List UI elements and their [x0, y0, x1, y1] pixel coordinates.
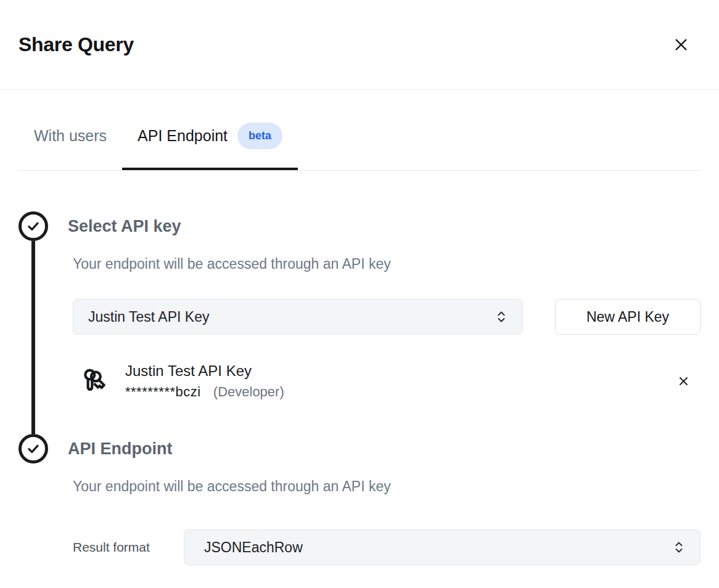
dialog-header: Share Query [0, 0, 719, 90]
step1-title: Select API key [68, 211, 701, 241]
tab-label: With users [34, 127, 107, 145]
step-api-endpoint: API Endpoint Your endpoint will be acces… [18, 434, 701, 565]
share-query-dialog: Share Query With users API Endpoint beta [0, 0, 719, 588]
remove-key-button[interactable] [675, 373, 692, 390]
new-api-key-button[interactable]: New API Key [555, 299, 701, 335]
step2-title: API Endpoint [68, 434, 701, 463]
result-format-value: JSONEachRow [204, 539, 303, 556]
close-button[interactable] [670, 34, 692, 55]
result-format-label: Result format [73, 540, 184, 555]
result-format-select[interactable]: JSONEachRow [184, 529, 701, 565]
stepper-rail [18, 211, 68, 401]
api-key-select[interactable]: Justin Test API Key [73, 299, 523, 335]
dialog-title: Share Query [18, 33, 134, 56]
dialog-content: Select API key Your endpoint will be acc… [0, 171, 719, 588]
step2-subtitle: Your endpoint will be accessed through a… [73, 477, 701, 496]
tab-with-users[interactable]: With users [18, 90, 122, 170]
api-key-masked-secret: *********bczi [125, 384, 201, 399]
api-key-role: (Developer) [213, 384, 284, 399]
step2-body: API Endpoint Your endpoint will be acces… [68, 434, 701, 565]
tab-bar: With users API Endpoint beta [18, 90, 701, 171]
step2-complete-indicator [18, 434, 48, 463]
api-key-select-value: Justin Test API Key [88, 309, 209, 325]
result-format-row: Result format JSONEachRow [73, 529, 701, 565]
keys-icon [77, 364, 110, 398]
beta-badge: beta [237, 123, 282, 149]
api-key-meta: *********bczi (Developer) [125, 383, 284, 401]
check-icon [25, 441, 41, 457]
stepper-rail [18, 434, 68, 565]
x-icon [678, 375, 689, 387]
check-icon [25, 218, 41, 234]
up-down-chevron-icon [495, 309, 507, 324]
tab-api-endpoint[interactable]: API Endpoint beta [122, 90, 298, 170]
up-down-chevron-icon [673, 540, 685, 555]
api-key-name: Justin Test API Key [125, 362, 284, 380]
api-key-controls: Justin Test API Key New API Key [73, 299, 701, 335]
step1-body: Select API key Your endpoint will be acc… [68, 211, 701, 401]
step-select-api-key: Select API key Your endpoint will be acc… [18, 211, 701, 401]
close-icon [673, 36, 689, 53]
api-key-details: Justin Test API Key *********bczi (Devel… [125, 362, 284, 401]
tab-label: API Endpoint [138, 127, 228, 145]
step1-subtitle: Your endpoint will be accessed through a… [73, 255, 701, 273]
step1-complete-indicator [18, 211, 48, 241]
selected-api-key-item: Justin Test API Key *********bczi (Devel… [77, 361, 701, 401]
